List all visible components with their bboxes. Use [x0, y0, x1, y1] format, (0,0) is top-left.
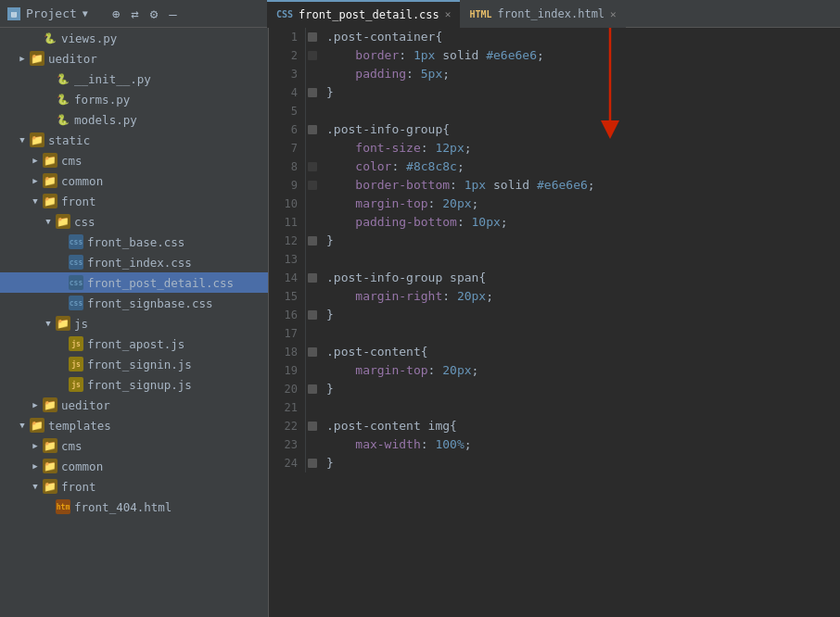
folder-icon [43, 397, 57, 412]
line-number: 22 [269, 417, 306, 435]
folder-arrow-icon [30, 440, 41, 451]
fold-marker[interactable] [308, 459, 317, 468]
breakpoint-marker[interactable] [308, 162, 317, 171]
line-gutter[interactable] [306, 417, 321, 435]
fold-marker[interactable] [308, 384, 317, 394]
python-file-icon [43, 31, 57, 45]
project-section: ▤ Project ▼ ⊕ ⇄ ⚙ — [7, 6, 267, 21]
sidebar-item-front-404-html[interactable]: htm front_404.html [0, 497, 268, 517]
tab-close-1[interactable]: ✕ [445, 8, 452, 20]
fold-marker[interactable] [308, 347, 317, 357]
sidebar-label: ueditor [61, 398, 110, 412]
line-number: 20 [269, 380, 306, 398]
tab-front-post-detail-css[interactable]: CSS front_post_detail.css ✕ [267, 0, 460, 28]
sidebar-item-js-folder[interactable]: js [0, 313, 268, 334]
sidebar-item-templates-common[interactable]: common [0, 456, 268, 476]
line-number: 6 [269, 120, 306, 139]
tabs-area: CSS front_post_detail.css ✕ HTML front_i… [267, 0, 833, 28]
fold-marker[interactable] [308, 422, 317, 431]
sidebar-item-front-signbase-css[interactable]: css front_signbase.css [0, 293, 268, 313]
sidebar-item-front-signin-js[interactable]: js front_signin.js [0, 354, 268, 374]
line-gutter [306, 287, 321, 306]
js-file-icon: js [69, 336, 83, 351]
sidebar-item-static-front[interactable]: front [0, 191, 268, 211]
sidebar-item-static-ueditor[interactable]: ueditor [0, 395, 268, 415]
breakpoint-marker[interactable] [308, 51, 317, 60]
line-content: margin-top: 20px; [321, 195, 840, 213]
line-gutter[interactable] [306, 28, 321, 46]
line-gutter[interactable] [306, 232, 321, 250]
settings-icon[interactable]: ⚙ [150, 6, 158, 21]
tab-label-2: front_index.html [498, 7, 605, 20]
css-file-icon: css [69, 234, 83, 249]
line-gutter[interactable] [306, 454, 321, 472]
sidebar-item-templates-cms[interactable]: cms [0, 435, 268, 456]
sidebar-item-forms-py[interactable]: forms.py [0, 89, 268, 109]
sidebar-label: front_404.html [74, 500, 172, 514]
sidebar-label: views.py [61, 31, 117, 45]
line-gutter[interactable] [306, 269, 321, 287]
sidebar-item-templates[interactable]: templates [0, 415, 268, 435]
folder-icon [43, 173, 57, 188]
line-gutter[interactable] [306, 306, 321, 324]
tab-front-index-html[interactable]: HTML front_index.html ✕ [460, 0, 625, 28]
sidebar-item-front-post-detail-css[interactable]: css front_post_detail.css [0, 272, 268, 293]
sidebar-item-ueditor[interactable]: ueditor [0, 48, 268, 69]
line-number: 18 [269, 343, 306, 361]
sidebar-item-static-cms[interactable]: cms [0, 150, 268, 170]
sidebar-item-front-signup-js[interactable]: js front_signup.js [0, 374, 268, 395]
line-content: .post-info-group{ [321, 120, 840, 139]
html-file-icon: htm [56, 499, 70, 514]
line-gutter[interactable] [306, 83, 321, 102]
sidebar-item-templates-front[interactable]: front [0, 476, 268, 497]
sidebar-item-front-base-css[interactable]: css front_base.css [0, 232, 268, 252]
sidebar-label: front_post_detail.css [87, 276, 234, 290]
line-number: 23 [269, 435, 306, 454]
fold-marker[interactable] [308, 32, 317, 42]
folder-icon [43, 459, 57, 473]
sidebar-item-front-apost-js[interactable]: js front_apost.js [0, 334, 268, 354]
sidebar-item-static[interactable]: static [0, 130, 268, 150]
folder-arrow-icon [43, 216, 54, 227]
project-dropdown-icon[interactable]: ▼ [83, 8, 88, 19]
fold-marker[interactable] [308, 310, 317, 320]
sidebar-item-css-folder[interactable]: css [0, 211, 268, 232]
fold-marker[interactable] [308, 88, 317, 97]
tab-close-2[interactable]: ✕ [610, 8, 617, 20]
code-line-2: 2 border: 1px solid #e6e6e6; [269, 46, 840, 65]
code-line-14: 14 .post-info-group span{ [269, 269, 840, 287]
collapse-icon[interactable]: — [169, 6, 176, 21]
code-line-16: 16 } [269, 306, 840, 324]
line-number: 16 [269, 306, 306, 324]
code-editor[interactable]: 1 .post-container{ 2 border: 1px solid #… [269, 28, 840, 617]
line-content: border-bottom: 1px solid #e6e6e6; [321, 176, 840, 195]
fold-marker[interactable] [308, 236, 317, 246]
line-gutter[interactable] [306, 120, 321, 139]
sidebar-item-models-py[interactable]: models.py [0, 109, 268, 130]
fold-marker[interactable] [308, 125, 317, 134]
sidebar-item-init-py[interactable]: __init__.py [0, 69, 268, 89]
code-line-13: 13 [269, 250, 840, 269]
sidebar-item-views-py[interactable]: views.py [0, 28, 268, 48]
sidebar-label: cms [61, 439, 83, 453]
line-gutter [306, 398, 321, 417]
sidebar-item-static-common[interactable]: common [0, 170, 268, 191]
line-content: border: 1px solid #e6e6e6; [321, 46, 840, 65]
line-number: 9 [269, 176, 306, 195]
sync-icon[interactable]: ⇄ [131, 6, 138, 21]
line-content: .post-content img{ [321, 417, 840, 435]
fold-marker[interactable] [308, 273, 317, 283]
line-gutter[interactable] [306, 343, 321, 361]
line-gutter [306, 195, 321, 213]
sidebar-item-front-index-css[interactable]: css front_index.css [0, 252, 268, 272]
project-icon: ▤ [7, 7, 20, 20]
folder-arrow-icon [30, 399, 41, 410]
line-content [321, 324, 840, 343]
line-gutter[interactable] [306, 380, 321, 398]
line-content: } [321, 306, 840, 324]
line-content: max-width: 100%; [321, 435, 840, 454]
breakpoint-marker[interactable] [308, 181, 317, 190]
sidebar-label: ueditor [48, 52, 97, 66]
add-module-icon[interactable]: ⊕ [112, 6, 120, 21]
line-content: margin-right: 20px; [321, 287, 840, 306]
